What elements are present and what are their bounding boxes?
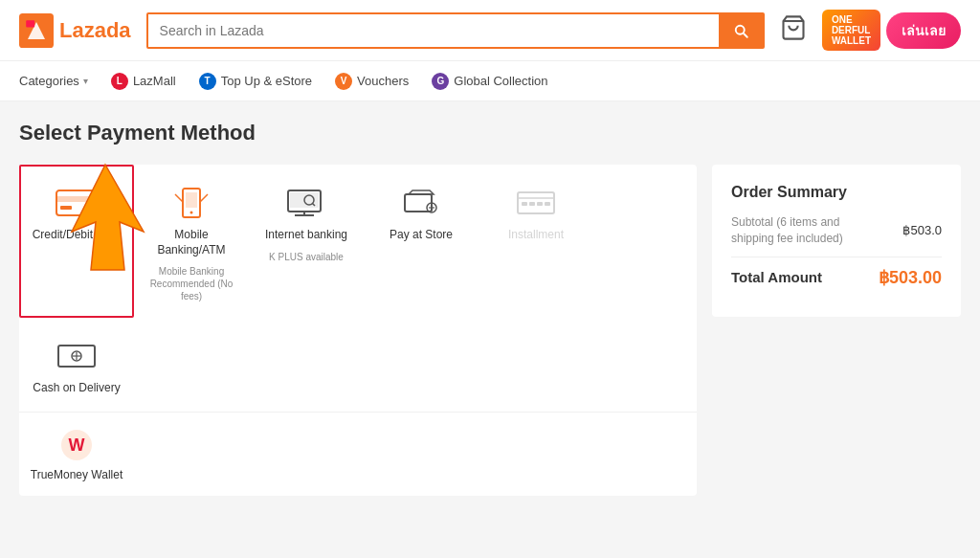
- logo-icon: [19, 13, 54, 48]
- nav-topup[interactable]: T Top Up & eStore: [199, 73, 312, 90]
- search-input[interactable]: [148, 15, 719, 46]
- nav-lazmall[interactable]: L LazMall: [111, 73, 176, 90]
- truemoney-label: TrueMoney Wallet: [31, 468, 122, 483]
- nav-lazmall-label: LazMall: [133, 74, 176, 88]
- nav-global[interactable]: G Global Collection: [432, 73, 547, 90]
- topup-dot: T: [199, 73, 216, 90]
- main-content: Select Payment Method: [0, 101, 980, 558]
- total-row: Total Amount ฿503.00: [731, 267, 942, 288]
- nav-topup-label: Top Up & eStore: [221, 74, 312, 88]
- subtotal-label: Subtotal (6 items and shipping fee inclu…: [731, 214, 884, 247]
- payment-internet-banking[interactable]: Internet banking K PLUS available: [249, 165, 364, 318]
- payment-pay-store[interactable]: Pay at Store: [364, 165, 479, 318]
- chevron-down-icon: ▾: [83, 76, 88, 86]
- promo-label-2: เล่นเลย: [902, 20, 946, 41]
- summary-title: Order Summary: [731, 184, 942, 201]
- cash-delivery-label: Cash on Delivery: [33, 381, 120, 396]
- mobile-banking-icon: [169, 186, 213, 220]
- total-value: ฿503.00: [879, 267, 942, 288]
- logo[interactable]: Lazada: [19, 13, 131, 48]
- total-label: Total Amount: [731, 269, 822, 285]
- mobile-banking-sublabel: Mobile Banking Recommended (No fees): [145, 265, 237, 302]
- payment-truemoney[interactable]: W TrueMoney Wallet: [19, 413, 134, 497]
- categories-label: Categories: [19, 74, 79, 88]
- promo-label-1: ONEDERFULWALLET: [832, 14, 871, 46]
- lazmall-dot: L: [111, 73, 128, 90]
- svg-rect-23: [522, 202, 527, 206]
- cart-button[interactable]: [780, 14, 807, 47]
- svg-rect-6: [56, 196, 97, 202]
- internet-banking-icon: [284, 186, 328, 220]
- mobile-banking-label: Mobile Banking/ATM: [145, 228, 237, 257]
- svg-rect-7: [60, 206, 72, 210]
- svg-text:W: W: [69, 435, 85, 455]
- svg-rect-9: [186, 192, 197, 208]
- payment-cash-delivery[interactable]: Cash on Delivery: [19, 318, 134, 412]
- summary-divider: [731, 257, 942, 257]
- global-dot: G: [432, 73, 449, 90]
- logo-text: Lazada: [59, 18, 131, 43]
- navigation: Categories ▾ L LazMall T Top Up & eStore…: [0, 61, 980, 101]
- promo-banner-1[interactable]: ONEDERFULWALLET: [822, 10, 880, 51]
- cash-delivery-icon: [55, 339, 99, 373]
- svg-rect-26: [545, 202, 550, 206]
- svg-point-10: [190, 212, 193, 214]
- svg-rect-5: [56, 190, 97, 215]
- order-summary: Order Summary Subtotal (6 items and ship…: [712, 165, 961, 317]
- pay-store-label: Pay at Store: [390, 228, 453, 243]
- internet-banking-sublabel: K PLUS available: [269, 251, 344, 263]
- payment-layout: Credit/Debit Card Mobile Banking/ATM Mob…: [19, 165, 961, 496]
- truemoney-icon: W: [55, 428, 99, 462]
- promo-banners: ONEDERFULWALLET เล่นเลย: [822, 10, 961, 51]
- pay-store-icon: [399, 186, 443, 220]
- search-icon: [732, 22, 749, 39]
- credit-card-icon: [55, 186, 99, 220]
- methods-row-2: W TrueMoney Wallet: [19, 412, 697, 497]
- search-bar: [146, 12, 765, 49]
- subtotal-value: ฿503.0: [902, 223, 942, 237]
- header: Lazada ONEDERFULWALLET เล่นเลย: [0, 0, 980, 61]
- payment-methods-section: Credit/Debit Card Mobile Banking/ATM Mob…: [19, 165, 697, 496]
- internet-banking-label: Internet banking: [265, 228, 347, 243]
- promo-banner-2[interactable]: เล่นเลย: [886, 12, 961, 49]
- categories-button[interactable]: Categories ▾: [19, 74, 88, 88]
- subtotal-row: Subtotal (6 items and shipping fee inclu…: [731, 214, 942, 247]
- svg-rect-25: [537, 202, 543, 206]
- installment-icon: [514, 186, 558, 220]
- page-title: Select Payment Method: [19, 121, 961, 145]
- methods-row-1: Credit/Debit Card Mobile Banking/ATM Mob…: [19, 165, 697, 412]
- nav-global-label: Global Collection: [454, 74, 547, 88]
- nav-vouchers-label: Vouchers: [357, 74, 409, 88]
- cart-icon: [780, 14, 807, 41]
- search-button[interactable]: [719, 14, 763, 47]
- svg-rect-2: [26, 20, 34, 27]
- payment-mobile-banking[interactable]: Mobile Banking/ATM Mobile Banking Recomm…: [134, 165, 249, 318]
- nav-vouchers[interactable]: V Vouchers: [335, 73, 409, 90]
- vouchers-dot: V: [335, 73, 352, 90]
- credit-debit-label: Credit/Debit Card: [33, 228, 122, 243]
- installment-label: Installment: [508, 228, 564, 243]
- payment-installment[interactable]: Installment: [479, 165, 593, 318]
- svg-rect-24: [529, 202, 535, 206]
- payment-credit-debit[interactable]: Credit/Debit Card: [19, 165, 134, 318]
